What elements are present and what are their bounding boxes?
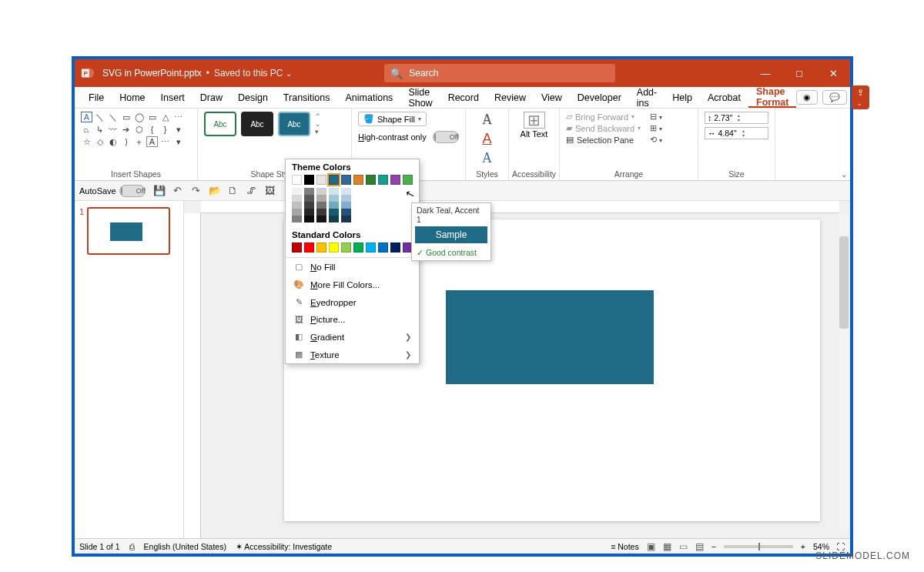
- zoom-in-button[interactable]: +: [801, 542, 805, 551]
- tab-home[interactable]: Home: [112, 87, 152, 108]
- shade-swatch[interactable]: [329, 216, 339, 222]
- open-icon[interactable]: 📂: [209, 185, 221, 196]
- shape-oval-icon[interactable]: ◯: [133, 112, 145, 122]
- shape-more2-icon[interactable]: ▾: [172, 124, 184, 135]
- shape-curve-icon[interactable]: 〰: [107, 124, 119, 135]
- tab-acrobat[interactable]: Acrobat: [700, 87, 748, 108]
- selected-shape-rectangle[interactable]: [446, 290, 654, 384]
- tab-view[interactable]: View: [534, 87, 570, 108]
- new-file-icon[interactable]: 🗋: [227, 185, 239, 196]
- shade-swatch[interactable]: [304, 209, 314, 216]
- standard-color-swatch[interactable]: [292, 243, 302, 253]
- tab-draw[interactable]: Draw: [192, 87, 230, 108]
- picture-item[interactable]: 🖼Picture...: [286, 311, 419, 328]
- shade-swatch[interactable]: [341, 188, 351, 195]
- reading-view-icon[interactable]: ▭: [679, 541, 688, 552]
- maximize-button[interactable]: □: [782, 59, 816, 87]
- no-fill-item[interactable]: ▢No Fill: [286, 258, 419, 276]
- shade-swatch[interactable]: [316, 195, 326, 202]
- shade-swatch[interactable]: [304, 195, 314, 202]
- shade-swatch[interactable]: [341, 195, 351, 202]
- save-status[interactable]: Saved to this PC: [214, 68, 283, 79]
- tab-addins[interactable]: Add-ins: [629, 87, 665, 108]
- alt-text-button[interactable]: ⊞ Alt Text: [521, 112, 548, 139]
- autosave-toggle[interactable]: Off: [119, 185, 146, 197]
- shape-more1-icon[interactable]: ⋯: [172, 112, 184, 122]
- standard-color-swatch[interactable]: [378, 243, 388, 253]
- shade-swatch[interactable]: [304, 202, 314, 209]
- shape-roundrect-icon[interactable]: ▭: [146, 112, 158, 122]
- shade-swatch[interactable]: [304, 188, 314, 195]
- theme-color-swatch[interactable]: [316, 175, 326, 185]
- shade-swatch[interactable]: [329, 209, 339, 216]
- fit-to-window-icon[interactable]: ⛶: [837, 542, 845, 551]
- shade-swatch[interactable]: [304, 216, 314, 222]
- shade-swatch[interactable]: [316, 188, 326, 195]
- theme-color-swatch[interactable]: [353, 175, 363, 185]
- sorter-view-icon[interactable]: ▦: [663, 541, 671, 552]
- shape-more3-icon[interactable]: ⋯: [159, 136, 171, 147]
- slide-thumbnail-1[interactable]: [87, 207, 170, 255]
- theme-color-swatch[interactable]: [341, 175, 351, 185]
- tab-slideshow[interactable]: Slide Show: [400, 87, 440, 108]
- theme-color-swatch[interactable]: [378, 175, 388, 185]
- tab-developer[interactable]: Developer: [570, 87, 629, 108]
- align-button[interactable]: ⊟ ▾: [650, 112, 662, 122]
- shape-brace-icon[interactable]: {: [146, 124, 158, 135]
- shade-swatch[interactable]: [341, 209, 351, 216]
- size-width-input[interactable]: ↔4.84"▴▾: [705, 127, 768, 139]
- shade-swatch[interactable]: [292, 195, 302, 202]
- rotate-button[interactable]: ⟲ ▾: [650, 135, 662, 145]
- size-height-input[interactable]: ↕2.73"▴▾: [705, 112, 768, 124]
- shape-cloud-icon[interactable]: ◐: [107, 136, 119, 147]
- shade-swatch[interactable]: [316, 202, 326, 209]
- tab-transitions[interactable]: Transitions: [276, 87, 338, 108]
- accessibility-status[interactable]: ✶ Accessibility: Investigate: [236, 542, 332, 551]
- shade-swatch[interactable]: [329, 188, 339, 195]
- shape-textbox-icon[interactable]: A: [81, 112, 92, 122]
- vertical-scrollbar[interactable]: [839, 213, 849, 535]
- shade-swatch[interactable]: [341, 216, 351, 222]
- shape-brace2-icon[interactable]: }: [159, 124, 171, 135]
- tab-animations[interactable]: Animations: [338, 87, 401, 108]
- theme-color-swatch[interactable]: [292, 175, 302, 185]
- zoom-out-button[interactable]: −: [711, 542, 716, 551]
- normal-view-icon[interactable]: ▣: [647, 541, 655, 552]
- record-mode-button[interactable]: ◉: [796, 90, 818, 105]
- style-gallery-expand-icon[interactable]: ⌃⌄▾: [315, 112, 321, 135]
- shade-swatch[interactable]: [292, 209, 302, 216]
- wordart-fill-icon[interactable]: A: [482, 131, 491, 147]
- shape-chev-icon[interactable]: ⟩: [120, 136, 132, 147]
- shape-triangle-icon[interactable]: △: [159, 112, 171, 122]
- tab-design[interactable]: Design: [230, 87, 276, 108]
- send-backward-button[interactable]: ▰Send Backward ▾: [566, 123, 641, 133]
- tab-help[interactable]: Help: [665, 87, 700, 108]
- notes-indicator-icon[interactable]: ⎙: [129, 542, 135, 551]
- shape-line-icon[interactable]: ＼: [94, 112, 105, 122]
- shade-swatch[interactable]: [292, 188, 302, 195]
- language-button[interactable]: English (United States): [144, 542, 226, 551]
- minimize-button[interactable]: —: [748, 59, 782, 87]
- shape-rect-icon[interactable]: ▭: [120, 112, 132, 122]
- standard-color-swatch[interactable]: [390, 243, 400, 253]
- shape-elbow-icon[interactable]: ↳: [94, 124, 105, 135]
- wordart-effects-icon[interactable]: A: [482, 150, 492, 166]
- texture-item[interactable]: ▩Texture❯: [286, 346, 419, 363]
- undo-icon[interactable]: ↶: [172, 185, 184, 196]
- selection-pane-button[interactable]: ▤Selection Pane: [566, 135, 641, 145]
- shade-swatch[interactable]: [329, 202, 339, 209]
- ribbon-collapse-button[interactable]: ⌄: [841, 170, 847, 179]
- shape-hex-icon[interactable]: ⬡: [133, 124, 145, 135]
- shape-fill-button[interactable]: 🪣 Shape Fill ▾: [358, 112, 427, 126]
- standard-color-swatch[interactable]: [316, 243, 326, 253]
- shape-callout-icon[interactable]: ◇: [94, 136, 105, 147]
- tab-record[interactable]: Record: [440, 87, 487, 108]
- shape-expand-icon[interactable]: ▾: [172, 136, 184, 147]
- slide-counter[interactable]: Slide 1 of 1: [79, 542, 120, 551]
- shape-plus-icon[interactable]: ＋: [133, 136, 145, 147]
- slideshow-view-icon[interactable]: ▤: [695, 541, 704, 552]
- theme-color-swatch[interactable]: [329, 175, 339, 185]
- group-button[interactable]: ⊞ ▾: [650, 123, 662, 133]
- eyedropper-item[interactable]: ✎Eyedropper: [286, 293, 419, 311]
- theme-color-swatch[interactable]: [366, 175, 376, 185]
